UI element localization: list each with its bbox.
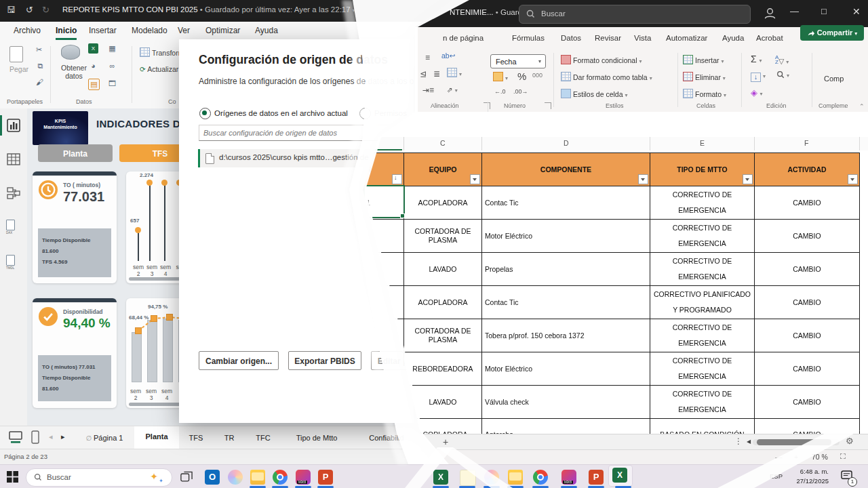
- horizontal-scrollbar[interactable]: [753, 439, 840, 445]
- start-button[interactable]: [7, 471, 18, 483]
- format-painter-icon[interactable]: 🖌: [35, 77, 45, 87]
- tab-vista[interactable]: Vista: [634, 34, 651, 42]
- radio-current-file[interactable]: [199, 108, 211, 119]
- kpi-card-to[interactable]: TO ( minutos) 77.031 Tiempo Disponible 8…: [33, 171, 117, 283]
- fill-button[interactable]: ↓▾: [751, 71, 766, 82]
- cell[interactable]: CORRECTIVO DE EMERGENCIA: [650, 253, 755, 286]
- cell-styles-button[interactable]: Estilos de celda ▾: [561, 89, 627, 98]
- scroll-left-arrow-icon[interactable]: ◀: [747, 439, 751, 445]
- tab-automatizar[interactable]: Automatizar: [666, 34, 707, 42]
- tmdl-view-icon[interactable]: TMDL: [6, 255, 21, 270]
- cell[interactable]: ACOPLADORA: [404, 286, 482, 319]
- cell[interactable]: Motor Eléctrico: [482, 352, 650, 386]
- redo-icon[interactable]: ↻: [42, 5, 50, 15]
- gear-icon[interactable]: ⚙: [846, 436, 854, 446]
- cell[interactable]: CAMBIO: [755, 220, 860, 253]
- orientation-icon[interactable]: ⇗ ▾: [447, 85, 458, 94]
- column-letter-c[interactable]: C: [440, 139, 446, 147]
- number-dialog-launcher[interactable]: [545, 102, 551, 109]
- cell[interactable]: CAMBIO: [755, 319, 860, 352]
- next-page-arrow-icon[interactable]: ▸: [61, 432, 65, 441]
- sheet-options-icon[interactable]: ⋮: [734, 436, 743, 446]
- filter-dropdown-icon[interactable]: [470, 174, 480, 184]
- filter-dropdown-icon[interactable]: [743, 174, 753, 184]
- data-marker[interactable]: [166, 314, 173, 321]
- page-tab-tr[interactable]: TR: [213, 426, 246, 449]
- menu-ver[interactable]: Ver: [178, 26, 190, 35]
- cell[interactable]: CORTADORA DE PLASMA: [404, 319, 482, 352]
- page-tab-pagina1[interactable]: ∅ Página 1: [75, 426, 135, 449]
- zoom-out-button[interactable]: —: [775, 453, 783, 461]
- tab-ayuda[interactable]: Ayuda: [722, 34, 744, 42]
- excel-active-app[interactable]: X: [612, 468, 627, 483]
- cell[interactable]: CAMBIO: [755, 386, 860, 419]
- scrollbar-thumb[interactable]: [757, 439, 831, 445]
- conditional-formatting-button[interactable]: Formato condicional ▾: [561, 55, 642, 64]
- page-tab-tipo-de-mtto[interactable]: Tipo de Mtto: [281, 426, 353, 449]
- planta-button[interactable]: Planta: [38, 144, 113, 162]
- column-letter-d[interactable]: D: [564, 139, 569, 147]
- mobile-view-icon[interactable]: [31, 430, 39, 444]
- filter-dropdown-icon[interactable]: [638, 174, 648, 184]
- insert-cells-button[interactable]: Insertar ▾: [683, 55, 724, 64]
- tab-formulas[interactable]: Fórmulas: [512, 34, 545, 42]
- tab-revisar[interactable]: Revisar: [595, 34, 621, 42]
- menu-archivo[interactable]: Archivo: [14, 26, 41, 35]
- sort-filter-applied-icon[interactable]: [392, 174, 402, 184]
- cell[interactable]: LAVADO: [404, 253, 482, 286]
- cell[interactable]: 1: [363, 253, 404, 286]
- cell[interactable]: Tobera p/prof. 150 cebora 1372: [482, 319, 650, 352]
- file-explorer-icon[interactable]: [250, 470, 265, 485]
- worksheet[interactable]: N EQUIPO COMPONENTE TIPO DE MTTO ACTIVID…: [363, 150, 868, 434]
- format-cells-button[interactable]: Formato ▾: [683, 89, 726, 98]
- excel-workbook-icon[interactable]: X: [88, 43, 98, 54]
- cell[interactable]: Contac Tic: [482, 286, 650, 319]
- align-left-icon[interactable]: ⊴: [420, 69, 427, 79]
- cell[interactable]: CORTADORA DE PLASMA: [404, 220, 482, 253]
- fit-to-window-icon[interactable]: ⛶: [840, 452, 846, 461]
- powerpoint-icon[interactable]: P: [589, 470, 604, 485]
- cell[interactable]: [363, 319, 404, 352]
- change-source-button[interactable]: Cambiar origen...: [199, 351, 279, 370]
- excel-icon[interactable]: X: [433, 470, 448, 485]
- menu-ayuda[interactable]: Ayuda: [255, 26, 278, 35]
- close-button[interactable]: ✕: [852, 6, 861, 17]
- cell[interactable]: CORRECTIVO PLANIFICADO Y PROGRAMADO: [650, 286, 755, 319]
- cell[interactable]: 1: [363, 220, 404, 253]
- decrease-decimal-icon[interactable]: .00→: [513, 88, 528, 95]
- task-view-icon[interactable]: [180, 471, 193, 483]
- export-pbids-button[interactable]: Exportar PBIDS: [288, 351, 361, 370]
- notes-icon[interactable]: [460, 470, 476, 486]
- desktop-view-icon[interactable]: [8, 431, 23, 443]
- cell[interactable]: CORRECTIVO DE EMERGENCIA: [650, 319, 755, 352]
- paste-button[interactable]: Pegar: [9, 46, 28, 73]
- align-dialog-launcher[interactable]: [484, 102, 490, 109]
- report-view-icon[interactable]: [6, 118, 21, 133]
- recent-sources-icon[interactable]: 🗔: [107, 79, 117, 89]
- m365-icon[interactable]: M365: [561, 470, 576, 485]
- cell[interactable]: ACOPLADORA: [404, 419, 482, 434]
- cell[interactable]: [363, 286, 404, 319]
- taskbar-search-box[interactable]: Buscar ✦ ✦: [26, 468, 172, 487]
- menu-optimizar[interactable]: Optimizar: [205, 26, 240, 35]
- share-button[interactable]: Compartir ▾: [800, 25, 864, 41]
- chrome-icon[interactable]: [533, 470, 548, 485]
- page-tab-tfc[interactable]: TFC: [245, 426, 281, 449]
- minimize-button[interactable]: —: [790, 6, 799, 16]
- account-icon[interactable]: [763, 6, 777, 20]
- file-explorer-icon[interactable]: [508, 470, 523, 485]
- notification-center-button[interactable]: 1: [841, 470, 854, 483]
- cell[interactable]: REBORDEADORA: [404, 352, 482, 386]
- delete-cells-button[interactable]: Eliminar ▾: [683, 72, 726, 81]
- center-icon[interactable]: ≣: [433, 69, 440, 79]
- sql-server-icon[interactable]: ◕: [88, 61, 98, 71]
- cell[interactable]: LAVADO: [404, 386, 482, 419]
- header-cell-equipo[interactable]: EQUIPO: [404, 153, 482, 186]
- number-format-select[interactable]: Fecha▾: [490, 54, 546, 68]
- cut-icon[interactable]: ✂: [34, 45, 44, 55]
- kpi-card-disponibilidad[interactable]: Disponibilidad 94,40 % TO ( minutos) 77.…: [33, 298, 117, 408]
- data-point[interactable]: [146, 180, 153, 186]
- cell[interactable]: CAMBIO: [755, 419, 860, 434]
- format-as-table-button[interactable]: Dar formato como tabla ▾: [561, 72, 652, 81]
- model-view-icon[interactable]: [6, 186, 21, 201]
